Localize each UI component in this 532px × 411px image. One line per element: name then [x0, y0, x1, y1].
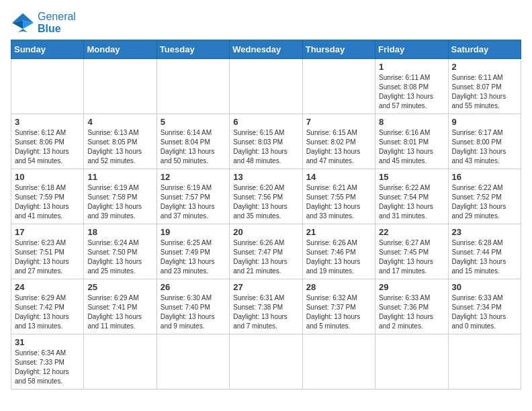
calendar-week-row: 1Sunrise: 6:11 AM Sunset: 8:08 PM Daylig…	[11, 59, 521, 114]
calendar-cell: 31Sunrise: 6:34 AM Sunset: 7:33 PM Dayli…	[11, 334, 84, 390]
day-info: Sunrise: 6:20 AM Sunset: 7:56 PM Dayligh…	[233, 183, 298, 221]
calendar-cell	[157, 334, 229, 390]
calendar-cell: 10Sunrise: 6:18 AM Sunset: 7:59 PM Dayli…	[11, 169, 84, 224]
calendar-cell: 7Sunrise: 6:15 AM Sunset: 8:02 PM Daylig…	[302, 114, 375, 169]
calendar-cell	[230, 334, 302, 390]
day-number: 1	[379, 62, 444, 72]
day-number: 23	[452, 227, 517, 237]
day-number: 20	[233, 227, 298, 237]
calendar-cell: 12Sunrise: 6:19 AM Sunset: 7:57 PM Dayli…	[157, 169, 229, 224]
calendar-cell: 8Sunrise: 6:16 AM Sunset: 8:01 PM Daylig…	[375, 114, 448, 169]
calendar-cell: 24Sunrise: 6:29 AM Sunset: 7:42 PM Dayli…	[11, 279, 84, 334]
day-info: Sunrise: 6:19 AM Sunset: 7:57 PM Dayligh…	[161, 183, 226, 221]
day-number: 26	[161, 282, 226, 292]
calendar-cell: 20Sunrise: 6:26 AM Sunset: 7:47 PM Dayli…	[230, 224, 302, 279]
day-info: Sunrise: 6:11 AM Sunset: 8:08 PM Dayligh…	[379, 73, 444, 111]
calendar-cell: 23Sunrise: 6:28 AM Sunset: 7:44 PM Dayli…	[448, 224, 521, 279]
weekday-header-thursday: Thursday	[302, 40, 375, 59]
day-number: 10	[15, 172, 80, 182]
calendar-cell: 22Sunrise: 6:27 AM Sunset: 7:45 PM Dayli…	[375, 224, 448, 279]
day-number: 21	[306, 227, 371, 237]
day-info: Sunrise: 6:27 AM Sunset: 7:45 PM Dayligh…	[379, 238, 444, 276]
day-info: Sunrise: 6:16 AM Sunset: 8:01 PM Dayligh…	[379, 128, 444, 166]
calendar-cell	[302, 334, 375, 390]
calendar-cell	[84, 334, 157, 390]
day-info: Sunrise: 6:30 AM Sunset: 7:40 PM Dayligh…	[161, 293, 226, 331]
calendar-cell: 29Sunrise: 6:33 AM Sunset: 7:36 PM Dayli…	[375, 279, 448, 334]
calendar-cell: 17Sunrise: 6:23 AM Sunset: 7:51 PM Dayli…	[11, 224, 84, 279]
calendar-cell	[302, 59, 375, 114]
day-info: Sunrise: 6:28 AM Sunset: 7:44 PM Dayligh…	[452, 238, 517, 276]
day-number: 13	[233, 172, 298, 182]
day-info: Sunrise: 6:11 AM Sunset: 8:07 PM Dayligh…	[452, 73, 517, 111]
calendar-cell	[448, 334, 521, 390]
day-number: 12	[161, 172, 226, 182]
calendar-cell: 1Sunrise: 6:11 AM Sunset: 8:08 PM Daylig…	[375, 59, 448, 114]
day-number: 14	[306, 172, 371, 182]
weekday-header-friday: Friday	[375, 40, 448, 59]
day-info: Sunrise: 6:18 AM Sunset: 7:59 PM Dayligh…	[15, 183, 80, 221]
day-number: 27	[233, 282, 298, 292]
weekday-header-tuesday: Tuesday	[157, 40, 229, 59]
day-info: Sunrise: 6:19 AM Sunset: 7:58 PM Dayligh…	[87, 183, 152, 221]
logo-icon	[11, 12, 35, 34]
day-info: Sunrise: 6:15 AM Sunset: 8:02 PM Dayligh…	[306, 128, 371, 166]
day-number: 22	[379, 227, 444, 237]
day-info: Sunrise: 6:22 AM Sunset: 7:54 PM Dayligh…	[379, 183, 444, 221]
day-number: 2	[452, 62, 517, 72]
calendar-cell: 30Sunrise: 6:33 AM Sunset: 7:34 PM Dayli…	[448, 279, 521, 334]
calendar-cell: 19Sunrise: 6:25 AM Sunset: 7:49 PM Dayli…	[157, 224, 229, 279]
day-number: 7	[306, 117, 371, 127]
calendar-cell: 3Sunrise: 6:12 AM Sunset: 8:06 PM Daylig…	[11, 114, 84, 169]
day-info: Sunrise: 6:26 AM Sunset: 7:46 PM Dayligh…	[306, 238, 371, 276]
svg-marker-3	[18, 28, 28, 32]
calendar-cell: 28Sunrise: 6:32 AM Sunset: 7:37 PM Dayli…	[302, 279, 375, 334]
calendar-cell	[84, 59, 157, 114]
day-number: 31	[15, 337, 80, 347]
day-number: 16	[452, 172, 517, 182]
logo-text: General Blue	[38, 11, 76, 34]
day-info: Sunrise: 6:25 AM Sunset: 7:49 PM Dayligh…	[161, 238, 226, 276]
calendar-cell	[375, 334, 448, 390]
calendar-cell: 16Sunrise: 6:22 AM Sunset: 7:52 PM Dayli…	[448, 169, 521, 224]
day-info: Sunrise: 6:29 AM Sunset: 7:42 PM Dayligh…	[15, 293, 80, 331]
day-number: 6	[233, 117, 298, 127]
day-info: Sunrise: 6:14 AM Sunset: 8:04 PM Dayligh…	[161, 128, 226, 166]
day-info: Sunrise: 6:13 AM Sunset: 8:05 PM Dayligh…	[87, 128, 152, 166]
day-info: Sunrise: 6:15 AM Sunset: 8:03 PM Dayligh…	[233, 128, 298, 166]
day-info: Sunrise: 6:17 AM Sunset: 8:00 PM Dayligh…	[452, 128, 517, 166]
logo: General Blue	[11, 11, 76, 34]
day-number: 25	[87, 282, 152, 292]
calendar-week-row: 17Sunrise: 6:23 AM Sunset: 7:51 PM Dayli…	[11, 224, 521, 279]
weekday-header-sunday: Sunday	[11, 40, 84, 59]
day-info: Sunrise: 6:34 AM Sunset: 7:33 PM Dayligh…	[15, 349, 80, 386]
calendar-cell: 14Sunrise: 6:21 AM Sunset: 7:55 PM Dayli…	[302, 169, 375, 224]
day-info: Sunrise: 6:21 AM Sunset: 7:55 PM Dayligh…	[306, 183, 371, 221]
day-number: 15	[379, 172, 444, 182]
day-number: 28	[306, 282, 371, 292]
weekday-header-row: SundayMondayTuesdayWednesdayThursdayFrid…	[11, 40, 521, 59]
calendar-cell	[157, 59, 229, 114]
day-info: Sunrise: 6:22 AM Sunset: 7:52 PM Dayligh…	[452, 183, 517, 221]
calendar-week-row: 3Sunrise: 6:12 AM Sunset: 8:06 PM Daylig…	[11, 114, 521, 169]
day-number: 29	[379, 282, 444, 292]
calendar-week-row: 10Sunrise: 6:18 AM Sunset: 7:59 PM Dayli…	[11, 169, 521, 224]
day-number: 8	[379, 117, 444, 127]
page-header: General Blue	[11, 11, 521, 34]
day-number: 4	[87, 117, 152, 127]
calendar-table: SundayMondayTuesdayWednesdayThursdayFrid…	[11, 40, 521, 390]
day-number: 19	[161, 227, 226, 237]
calendar-week-row: 31Sunrise: 6:34 AM Sunset: 7:33 PM Dayli…	[11, 334, 521, 390]
day-number: 30	[452, 282, 517, 292]
day-info: Sunrise: 6:31 AM Sunset: 7:38 PM Dayligh…	[233, 293, 298, 331]
day-number: 24	[15, 282, 80, 292]
day-info: Sunrise: 6:29 AM Sunset: 7:41 PM Dayligh…	[87, 293, 152, 331]
calendar-week-row: 24Sunrise: 6:29 AM Sunset: 7:42 PM Dayli…	[11, 279, 521, 334]
calendar-cell: 6Sunrise: 6:15 AM Sunset: 8:03 PM Daylig…	[230, 114, 302, 169]
calendar-cell: 26Sunrise: 6:30 AM Sunset: 7:40 PM Dayli…	[157, 279, 229, 334]
calendar-cell	[11, 59, 84, 114]
calendar-cell: 27Sunrise: 6:31 AM Sunset: 7:38 PM Dayli…	[230, 279, 302, 334]
weekday-header-saturday: Saturday	[448, 40, 521, 59]
day-number: 3	[15, 117, 80, 127]
day-info: Sunrise: 6:33 AM Sunset: 7:36 PM Dayligh…	[379, 293, 444, 331]
